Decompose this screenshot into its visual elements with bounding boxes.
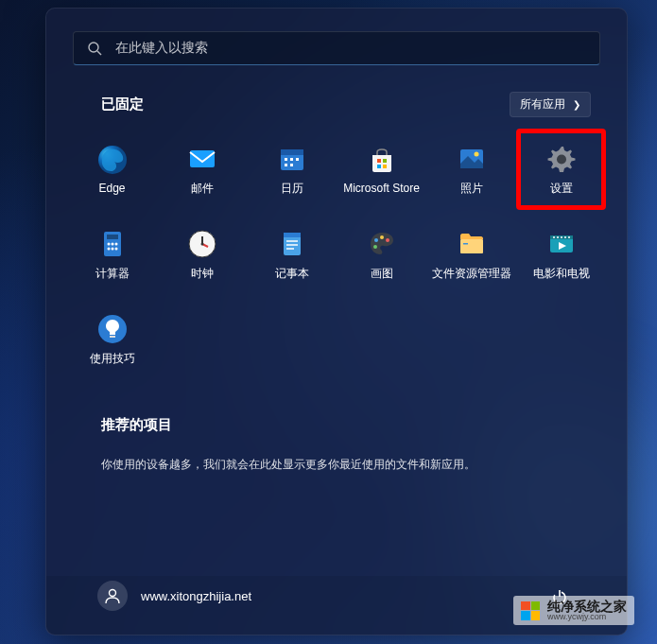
svg-rect-40 (460, 239, 483, 253)
svg-rect-7 (290, 158, 293, 161)
photos-icon (456, 143, 488, 175)
svg-point-45 (557, 236, 559, 238)
app-label: 电影和电视 (533, 266, 590, 282)
svg-rect-6 (285, 158, 287, 161)
watermark-sub: www.ycwjy.com (547, 613, 627, 621)
app-tile-tips[interactable]: 使用技巧 (67, 299, 157, 380)
svg-rect-50 (110, 336, 115, 338)
app-tile-explorer[interactable]: 文件资源管理器 (426, 214, 516, 295)
pinned-apps-grid: Edge 邮件 日历 Microsoft Store 照片 (46, 117, 627, 380)
svg-point-0 (89, 43, 98, 52)
svg-rect-14 (383, 165, 387, 168)
svg-rect-8 (296, 158, 299, 161)
svg-line-1 (97, 51, 101, 55)
app-label: 邮件 (191, 181, 214, 197)
svg-point-24 (111, 247, 113, 250)
svg-point-51 (110, 590, 116, 597)
app-tile-paint[interactable]: 画图 (337, 214, 426, 295)
svg-point-37 (380, 235, 384, 239)
svg-rect-9 (285, 164, 287, 166)
svg-rect-32 (284, 233, 301, 237)
app-tile-calculator[interactable]: 计算器 (67, 214, 157, 295)
svg-point-17 (557, 154, 566, 164)
notepad-icon (276, 228, 308, 260)
app-tile-store[interactable]: Microsoft Store (337, 129, 426, 210)
search-placeholder: 在此键入以搜索 (115, 40, 586, 57)
store-icon (366, 144, 398, 176)
chevron-right-icon: ❯ (573, 99, 580, 110)
calendar-icon (276, 143, 308, 175)
user-account-button[interactable]: www.xitongzhijia.net (97, 581, 251, 611)
app-tile-movies[interactable]: 电影和电视 (516, 214, 606, 295)
recommended-description: 你使用的设备越多，我们就会在此处显示更多你最近使用的文件和新应用。 (101, 457, 572, 473)
edge-icon (96, 144, 129, 176)
app-label: Microsoft Store (343, 182, 420, 195)
watermark-main: 纯净系统之家 (547, 600, 627, 613)
svg-point-20 (107, 242, 110, 245)
svg-point-44 (553, 236, 555, 238)
app-label: Edge (98, 182, 125, 195)
svg-point-36 (374, 238, 378, 242)
clock-icon (186, 228, 218, 260)
app-label: 时钟 (191, 266, 214, 282)
mail-icon (186, 143, 218, 175)
svg-rect-13 (377, 165, 381, 168)
app-tile-mail[interactable]: 邮件 (157, 129, 247, 210)
svg-rect-5 (281, 149, 303, 155)
svg-point-22 (114, 242, 117, 245)
app-tile-notepad[interactable]: 记事本 (247, 214, 337, 295)
app-label: 文件资源管理器 (432, 266, 511, 282)
search-input[interactable]: 在此键入以搜索 (73, 31, 600, 65)
calculator-icon (96, 228, 129, 260)
app-label: 计算器 (95, 266, 130, 282)
pinned-title: 已固定 (101, 96, 144, 113)
svg-point-21 (111, 242, 113, 245)
app-label: 照片 (460, 181, 483, 197)
tips-icon (96, 313, 129, 345)
app-tile-edge[interactable]: Edge (67, 129, 157, 210)
user-name: www.xitongzhijia.net (141, 589, 251, 603)
pinned-header: 已固定 所有应用 ❯ (46, 82, 627, 117)
svg-point-30 (200, 242, 203, 245)
svg-point-46 (561, 236, 562, 238)
all-apps-button[interactable]: 所有应用 ❯ (510, 92, 591, 117)
svg-rect-3 (190, 150, 215, 167)
app-tile-photos[interactable]: 照片 (426, 129, 516, 210)
svg-point-16 (474, 151, 478, 156)
user-avatar-icon (97, 581, 128, 611)
start-menu: 在此键入以搜索 已固定 所有应用 ❯ Edge 邮件 日历 (45, 8, 628, 635)
recommended-title: 推荐的项目 (101, 416, 572, 434)
watermark: 纯净系统之家 www.ycwjy.com (513, 596, 634, 625)
recommended-section: 推荐的项目 你使用的设备越多，我们就会在此处显示更多你最近使用的文件和新应用。 (46, 380, 627, 473)
svg-point-48 (568, 236, 570, 238)
svg-point-23 (107, 247, 110, 250)
app-tile-calendar[interactable]: 日历 (247, 129, 337, 210)
app-label: 使用技巧 (90, 351, 135, 367)
svg-rect-10 (290, 164, 293, 166)
movies-icon (545, 228, 578, 260)
explorer-icon (456, 228, 488, 260)
svg-point-38 (386, 238, 389, 242)
svg-point-47 (564, 236, 566, 238)
settings-icon (545, 143, 578, 175)
svg-rect-41 (463, 243, 468, 245)
watermark-logo-icon (521, 601, 540, 620)
app-tile-settings[interactable]: 设置 (516, 129, 606, 210)
search-icon (87, 41, 102, 56)
svg-rect-19 (107, 235, 118, 239)
svg-point-39 (373, 245, 377, 249)
svg-rect-11 (377, 159, 381, 163)
paint-icon (366, 228, 398, 260)
app-label: 日历 (281, 181, 303, 197)
app-label: 设置 (550, 181, 573, 197)
app-label: 记事本 (275, 266, 309, 282)
app-label: 画图 (371, 266, 393, 282)
all-apps-label: 所有应用 (520, 96, 565, 113)
app-tile-clock[interactable]: 时钟 (157, 214, 247, 295)
svg-rect-12 (383, 159, 387, 163)
svg-point-25 (114, 247, 117, 250)
